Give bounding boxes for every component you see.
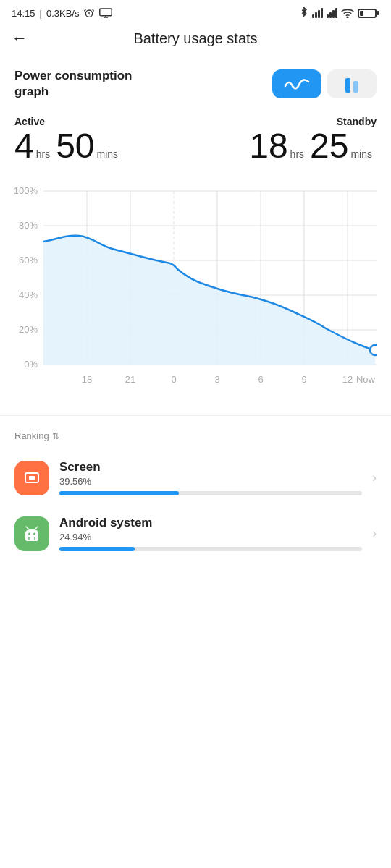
standby-hours-unit: hrs: [290, 148, 304, 160]
svg-text:Now: Now: [356, 374, 376, 385]
ranking-label: Ranking: [14, 430, 49, 441]
screen-progress-fill: [59, 491, 179, 495]
screen-chevron-icon: ›: [372, 470, 377, 485]
power-section-header: Power consumption graph: [14, 68, 377, 100]
screen-icon: [99, 8, 112, 18]
svg-line-36: [26, 527, 28, 529]
wave-view-button[interactable]: [272, 69, 321, 98]
active-value: 4 hrs 50 mins: [14, 129, 122, 163]
active-stat: Active 4 hrs 50 mins: [14, 116, 122, 163]
signal-bars-2: [327, 8, 337, 18]
standby-hours: 18: [249, 129, 287, 163]
app-item-android[interactable]: Android system 24.94% ›: [0, 506, 391, 561]
page-title: Battery usage stats: [36, 30, 355, 47]
svg-text:12: 12: [342, 374, 353, 385]
svg-rect-4: [353, 81, 358, 93]
svg-text:21: 21: [125, 374, 135, 385]
active-mins: 50: [56, 129, 94, 163]
header: ← Battery usage stats: [0, 23, 391, 56]
svg-point-39: [33, 532, 35, 535]
standby-mins: 25: [310, 129, 348, 163]
svg-text:60%: 60%: [19, 255, 38, 265]
status-time: 14:15: [12, 8, 35, 19]
standby-stat: Standby 18 hrs 25 mins: [249, 116, 377, 163]
android-app-info: Android system 24.94%: [59, 516, 362, 551]
active-label: Active: [14, 116, 122, 127]
active-hours: 4: [14, 129, 34, 163]
svg-text:0%: 0%: [24, 359, 38, 370]
wifi-icon: [341, 8, 354, 18]
standby-mins-unit: mins: [350, 148, 372, 160]
android-progress-fill: [59, 547, 135, 551]
power-title: Power consumption graph: [14, 68, 132, 100]
android-progress-bg: [59, 547, 362, 551]
status-bar: 14:15 | 0.3KB/s: [0, 0, 391, 23]
ranking-sort-icon[interactable]: ⇅: [52, 431, 59, 441]
svg-point-38: [28, 532, 30, 535]
signal-bars-1: [312, 8, 323, 18]
bar-view-button[interactable]: [327, 69, 377, 98]
svg-text:18: 18: [82, 374, 92, 385]
alarm-icon: [83, 7, 95, 19]
svg-point-2: [347, 17, 348, 18]
app-item-screen[interactable]: Screen 39.56% ›: [0, 450, 391, 506]
ranking-header: Ranking ⇅: [0, 430, 391, 450]
svg-text:80%: 80%: [19, 220, 38, 231]
svg-text:9: 9: [301, 374, 306, 385]
chart-area: 100% 80% 60% 40% 20% 0% 18 21 0 3 6 9 12…: [14, 176, 377, 401]
app-list: Screen 39.56% ›: [0, 450, 391, 561]
android-app-pct: 24.94%: [59, 532, 362, 542]
android-chevron-icon: ›: [372, 526, 377, 541]
time-stats: Active 4 hrs 50 mins Standby 18 hrs 25 m…: [0, 113, 391, 169]
screen-app-info: Screen 39.56%: [59, 460, 362, 495]
view-toggle-group: [272, 69, 377, 98]
screen-app-icon: [14, 461, 49, 495]
svg-text:100%: 100%: [14, 185, 38, 196]
screen-app-pct: 39.56%: [59, 476, 362, 487]
battery-chart: 100% 80% 60% 40% 20% 0% 18 21 0 3 6 9 12…: [0, 169, 391, 401]
back-button[interactable]: ←: [12, 29, 28, 48]
standby-label: Standby: [249, 116, 377, 127]
status-divider: |: [40, 8, 42, 19]
bluetooth-icon: [300, 7, 308, 19]
svg-text:3: 3: [214, 374, 219, 385]
screen-app-name: Screen: [59, 460, 362, 475]
section-divider: [0, 415, 391, 416]
chart-svg: 100% 80% 60% 40% 20% 0% 18 21 0 3 6 9 12…: [14, 176, 377, 401]
active-hours-unit: hrs: [36, 148, 50, 160]
svg-text:6: 6: [258, 374, 263, 385]
svg-text:0: 0: [171, 374, 176, 385]
status-right: [300, 7, 379, 19]
status-left: 14:15 | 0.3KB/s: [12, 7, 112, 19]
svg-point-32: [370, 345, 377, 355]
standby-value: 18 hrs 25 mins: [249, 129, 377, 163]
screen-progress-bg: [59, 491, 362, 495]
battery-icon: [358, 9, 379, 18]
svg-line-37: [35, 527, 38, 529]
power-section: Power consumption graph: [0, 56, 391, 100]
svg-rect-34: [29, 476, 35, 480]
svg-text:20%: 20%: [19, 324, 38, 335]
active-mins-unit: mins: [97, 148, 119, 160]
svg-rect-1: [100, 9, 112, 16]
status-network: 0.3KB/s: [46, 8, 80, 19]
android-app-icon: [14, 516, 49, 551]
svg-rect-3: [345, 78, 350, 93]
svg-text:40%: 40%: [19, 289, 38, 300]
android-app-name: Android system: [59, 516, 362, 530]
